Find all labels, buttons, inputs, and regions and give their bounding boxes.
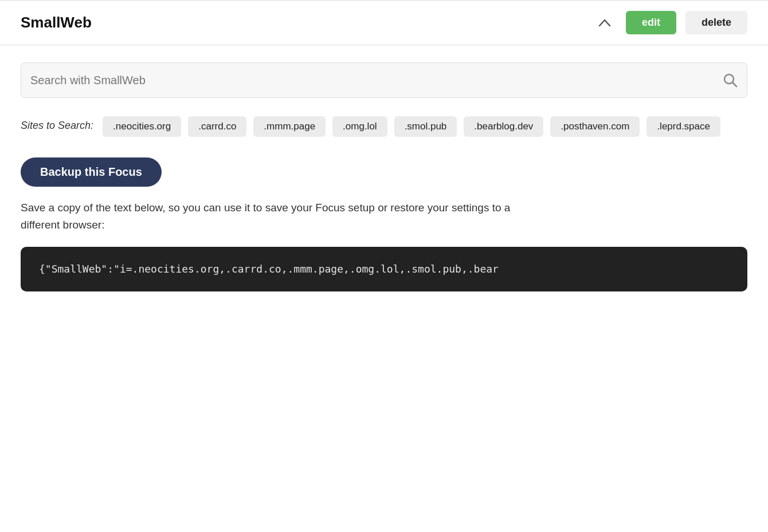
main-content: Sites to Search: .neocities.org.carrd.co…	[0, 45, 768, 326]
site-tag: .leprd.space	[646, 116, 720, 137]
search-row	[21, 62, 747, 98]
site-tag: .omg.lol	[332, 116, 387, 137]
edit-button[interactable]: edit	[626, 11, 676, 34]
backup-section: Backup this Focus Save a copy of the tex…	[21, 157, 747, 291]
collapse-button[interactable]	[593, 13, 617, 33]
svg-line-1	[733, 83, 737, 87]
site-tag: .posthaven.com	[550, 116, 640, 137]
search-icon	[723, 73, 738, 88]
sites-label: Sites to Search:	[21, 116, 93, 132]
header-row: SmallWeb edit delete	[0, 1, 768, 45]
backup-button[interactable]: Backup this Focus	[21, 157, 162, 187]
focus-title: SmallWeb	[21, 14, 583, 31]
search-input[interactable]	[30, 74, 723, 87]
site-tag: .carrd.co	[188, 116, 246, 137]
svg-point-0	[724, 74, 734, 84]
chevron-up-icon	[598, 17, 611, 29]
sites-section: Sites to Search: .neocities.org.carrd.co…	[21, 116, 747, 137]
backup-code: {"SmallWeb":"i=.neocities.org,.carrd.co,…	[39, 263, 499, 275]
backup-description: Save a copy of the text below, so you ca…	[21, 199, 514, 234]
site-tag: .smol.pub	[394, 116, 457, 137]
sites-label-row: Sites to Search: .neocities.org.carrd.co…	[21, 116, 747, 137]
site-tag: .bearblog.dev	[464, 116, 543, 137]
site-tag: .mmm.page	[253, 116, 326, 137]
backup-code-box: {"SmallWeb":"i=.neocities.org,.carrd.co,…	[21, 247, 747, 291]
site-tag: .neocities.org	[103, 116, 181, 137]
delete-button[interactable]: delete	[685, 11, 747, 34]
